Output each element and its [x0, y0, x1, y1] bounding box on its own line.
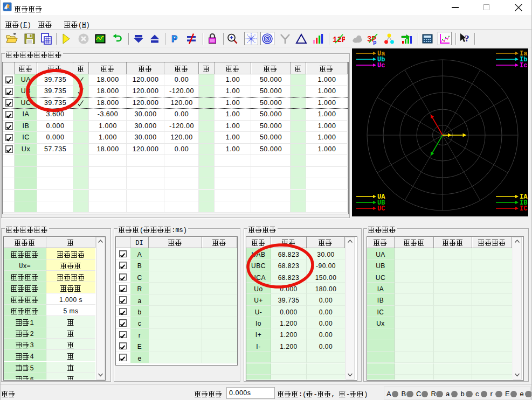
svg-text:IC: IC	[520, 205, 527, 213]
svg-text:p: p	[373, 39, 377, 45]
svg-text:?: ?	[465, 33, 469, 44]
svg-text:Ic: Ic	[520, 62, 527, 69]
svg-text:12P: 12P	[333, 36, 345, 44]
svg-text:UC: UC	[377, 205, 385, 213]
svg-text:Uc: Uc	[377, 62, 385, 69]
svg-text:P: P	[171, 33, 177, 45]
